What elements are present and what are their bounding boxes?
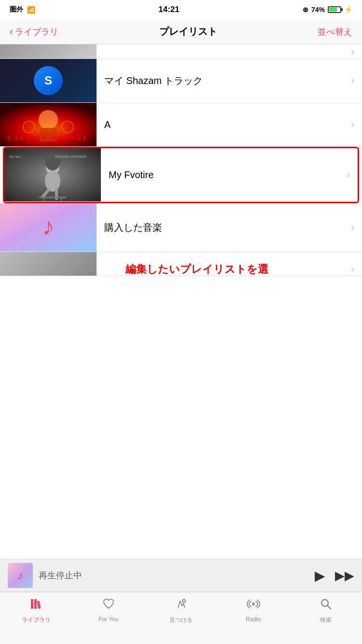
tab-for-you[interactable]: For You bbox=[72, 597, 145, 623]
svg-point-25 bbox=[252, 602, 255, 605]
back-chevron-icon: ‹ bbox=[10, 26, 13, 38]
battery-icon bbox=[328, 6, 341, 13]
status-bar: 圏外 📶 14:21 ⊕ 74% ⚡ bbox=[0, 0, 362, 19]
sort-button[interactable]: 並べ替え bbox=[318, 26, 352, 38]
radio-svg bbox=[247, 597, 260, 611]
library-label: ライブラリ bbox=[22, 616, 51, 624]
highlighted-playlist-wrapper: My fav... ARIANA GRANDE My Fvotire › bbox=[3, 147, 359, 203]
svg-rect-21 bbox=[34, 599, 37, 609]
skip-button[interactable]: ▶▶ bbox=[335, 568, 354, 583]
battery-fill bbox=[329, 8, 337, 12]
wifi-icon: 📶 bbox=[27, 6, 35, 14]
mini-player-artwork: ♪ bbox=[8, 563, 33, 588]
back-button[interactable]: ‹ ライブラリ bbox=[10, 26, 58, 38]
ariana-artwork: My fav... ARIANA GRANDE bbox=[4, 148, 101, 201]
radio-label: Radio bbox=[246, 616, 261, 623]
library-svg bbox=[29, 597, 43, 611]
shazam-logo: S bbox=[34, 66, 63, 95]
library-icon bbox=[29, 597, 43, 614]
svg-text:CAPTAIN MARVEL: CAPTAIN MARVEL bbox=[7, 135, 89, 142]
playlist-info: A › bbox=[97, 118, 362, 131]
browse-icon bbox=[174, 597, 188, 614]
back-label[interactable]: ライブラリ bbox=[15, 26, 58, 38]
play-button[interactable]: ▶ bbox=[315, 568, 325, 584]
partial-bottom-item: › bbox=[0, 252, 362, 276]
music-artwork: ♪ bbox=[0, 203, 97, 252]
playlist-info: My Fvotire › bbox=[101, 168, 358, 181]
list-item[interactable]: S マイ Shazam トラック › bbox=[0, 59, 362, 103]
search-label: 検索 bbox=[320, 616, 332, 624]
marvel-artwork: CAPTAIN MARVEL bbox=[0, 103, 97, 146]
svg-text:♪: ♪ bbox=[42, 213, 55, 240]
mini-player-status: 再生停止中 bbox=[39, 570, 309, 581]
svg-point-23 bbox=[182, 600, 185, 602]
carrier-text: 圏外 bbox=[10, 5, 23, 14]
lock-icon: ⊕ bbox=[303, 6, 308, 14]
tab-bar: ライブラリ For You 見つける bbox=[0, 592, 362, 644]
nav-bar: ‹ ライブラリ プレイリスト 並べ替え bbox=[0, 19, 362, 44]
chevron-right-icon: › bbox=[347, 168, 350, 181]
tab-browse[interactable]: 見つける bbox=[145, 597, 217, 624]
svg-point-10 bbox=[45, 170, 60, 192]
svg-rect-22 bbox=[37, 601, 41, 609]
playlist-name: A bbox=[104, 119, 111, 130]
svg-rect-20 bbox=[31, 599, 33, 609]
chevron-right-icon: › bbox=[351, 118, 354, 131]
chevron-right-icon: › bbox=[351, 221, 354, 234]
for-you-label: For You bbox=[98, 616, 118, 623]
svg-text:My fav...: My fav... bbox=[9, 154, 24, 159]
heart-icon bbox=[102, 597, 115, 614]
search-svg bbox=[319, 597, 333, 611]
radio-icon bbox=[247, 597, 260, 614]
tab-search[interactable]: 検索 bbox=[290, 597, 362, 624]
playlist-name: マイ Shazam トラック bbox=[104, 74, 203, 87]
search-icon bbox=[319, 597, 333, 614]
playlist-name: 購入した音楽 bbox=[104, 221, 162, 234]
playlist-info: 購入した音楽 › bbox=[97, 221, 362, 234]
mini-player[interactable]: ♪ 再生停止中 ▶ ▶▶ bbox=[0, 559, 362, 592]
ariana-svg: My fav... ARIANA GRANDE bbox=[4, 148, 101, 201]
partial-bottom-artwork bbox=[0, 252, 97, 276]
list-item[interactable]: ♪ 購入した音楽 › bbox=[0, 203, 362, 252]
list-item[interactable]: My fav... ARIANA GRANDE My Fvotire › bbox=[4, 148, 358, 202]
shazam-artwork: S bbox=[0, 59, 97, 102]
browse-svg bbox=[174, 597, 188, 611]
charge-icon: ⚡ bbox=[344, 6, 352, 14]
partial-top-item: › bbox=[0, 44, 362, 59]
browse-label: 見つける bbox=[169, 616, 193, 624]
partial-artwork bbox=[0, 44, 97, 58]
playlist-name: My Fvotire bbox=[109, 169, 153, 181]
partial-info: › bbox=[97, 46, 362, 58]
svg-text:ARIANA GRANDE: ARIANA GRANDE bbox=[55, 154, 87, 159]
status-right: ⊕ 74% ⚡ bbox=[303, 6, 352, 14]
chevron-icon: › bbox=[351, 263, 354, 276]
playlist-info: マイ Shazam トラック › bbox=[97, 74, 362, 87]
chevron-right-icon: › bbox=[351, 74, 354, 87]
status-left: 圏外 📶 bbox=[10, 5, 35, 14]
svg-point-1 bbox=[39, 110, 58, 129]
status-time: 14:21 bbox=[158, 5, 179, 14]
tab-radio[interactable]: Radio bbox=[217, 597, 290, 623]
partial-info: › bbox=[97, 263, 362, 276]
list-item[interactable]: CAPTAIN MARVEL A › bbox=[0, 103, 362, 147]
mini-player-controls: ▶ ▶▶ bbox=[315, 568, 354, 584]
music-svg: ♪ bbox=[0, 203, 97, 252]
marvel-svg: CAPTAIN MARVEL bbox=[0, 103, 97, 146]
tab-library[interactable]: ライブラリ bbox=[0, 597, 72, 624]
mini-music-note-icon: ♪ bbox=[17, 569, 23, 582]
content-area: › S マイ Shazam トラック › bbox=[0, 44, 362, 276]
nav-title: プレイリスト bbox=[159, 25, 217, 38]
heart-svg bbox=[102, 597, 115, 611]
svg-line-27 bbox=[327, 605, 331, 609]
marvel-section: CAPTAIN MARVEL A › 編集したいプレイリストを選 bbox=[0, 103, 362, 147]
battery-percent: 74% bbox=[311, 6, 325, 14]
chevron-icon: › bbox=[351, 46, 354, 58]
